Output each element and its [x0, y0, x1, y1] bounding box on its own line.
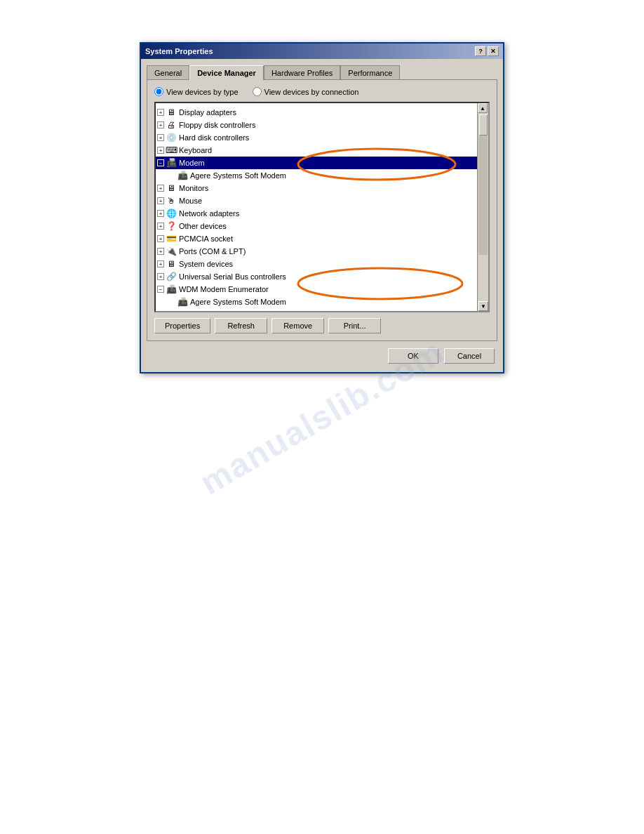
ports-icon: 🔌 — [166, 246, 177, 257]
tree-item-agere-modem[interactable]: 📠 Agere Systems Soft Modem — [156, 169, 477, 182]
expand-icon[interactable]: + — [157, 260, 164, 267]
expand-icon[interactable]: − — [157, 159, 164, 166]
mouse-icon: 🖱 — [166, 195, 177, 206]
expand-icon[interactable]: − — [157, 286, 164, 293]
pcmcia-icon: 💳 — [166, 233, 177, 244]
tree-item-usb[interactable]: + 🔗 Universal Serial Bus controllers — [156, 270, 477, 283]
cancel-button[interactable]: Cancel — [444, 348, 495, 364]
keyboard-icon: ⌨ — [166, 145, 177, 156]
tree-item-network[interactable]: + 🌐 Network adapters — [156, 207, 477, 220]
tree-item-hard-disk[interactable]: + 💿 Hard disk controllers — [156, 131, 477, 144]
scrollbar[interactable]: ▲ ▼ — [477, 103, 488, 311]
properties-button[interactable]: Properties — [154, 318, 210, 333]
expand-icon[interactable]: + — [157, 273, 164, 280]
expand-icon[interactable]: + — [157, 197, 164, 204]
floppy-icon: 🖨 — [166, 119, 177, 131]
tree-item-modem[interactable]: − 📠 Modem — [156, 157, 477, 169]
tree-item-mouse[interactable]: + 🖱 Mouse — [156, 194, 477, 207]
title-bar: System Properties ? ✕ — [141, 44, 503, 59]
action-buttons: Properties Refresh Remove Print... — [154, 318, 490, 333]
title-bar-buttons: ? ✕ — [475, 46, 499, 56]
view-by-connection-option[interactable]: View devices by connection — [253, 87, 359, 96]
network-icon: 🌐 — [166, 208, 177, 219]
expand-icon[interactable]: + — [157, 185, 164, 192]
expand-icon[interactable]: + — [157, 147, 164, 154]
scroll-down-btn[interactable]: ▼ — [478, 301, 488, 311]
device-manager-panel: View devices by type View devices by con… — [147, 79, 497, 341]
print-button[interactable]: Print... — [328, 318, 381, 333]
view-by-connection-radio[interactable] — [253, 87, 262, 96]
view-by-type-option[interactable]: View devices by type — [154, 87, 239, 96]
tree-item-keyboard[interactable]: + ⌨ Keyboard — [156, 144, 477, 157]
dialog-content: General Device Manager Hardware Profiles… — [141, 59, 503, 372]
ok-cancel-row: OK Cancel — [147, 348, 497, 366]
device-list: + 🖥 Display adapters + 🖨 Floppy disk con… — [156, 103, 488, 311]
tree-item-other[interactable]: + ❓ Other devices — [156, 220, 477, 232]
view-options: View devices by type View devices by con… — [154, 87, 490, 96]
modem-icon: 📠 — [166, 157, 177, 168]
tree-item-wdm-modem[interactable]: − 📠 WDM Modem Enumerator — [156, 283, 477, 296]
other-icon: ❓ — [166, 220, 177, 232]
hard-disk-icon: 💿 — [166, 132, 177, 143]
view-by-type-label: View devices by type — [166, 88, 239, 96]
agere-modem-icon: 📠 — [177, 170, 188, 181]
tree-item-monitors[interactable]: + 🖥 Monitors — [156, 182, 477, 194]
view-by-type-radio[interactable] — [154, 87, 163, 96]
expand-icon[interactable]: + — [157, 109, 164, 116]
expand-icon[interactable]: + — [157, 134, 164, 141]
tab-bar: General Device Manager Hardware Profiles… — [147, 65, 497, 80]
display-adapters-icon: 🖥 — [166, 107, 177, 118]
ok-button[interactable]: OK — [388, 348, 438, 364]
tree-item-system[interactable]: + 🖥 System devices — [156, 258, 477, 270]
tree-item-floppy[interactable]: + 🖨 Floppy disk controllers — [156, 119, 477, 131]
expand-icon[interactable]: + — [157, 248, 164, 255]
remove-button[interactable]: Remove — [271, 318, 324, 333]
monitors-icon: 🖥 — [166, 183, 177, 194]
usb-icon: 🔗 — [166, 271, 177, 282]
expand-icon[interactable]: + — [157, 223, 164, 230]
view-by-connection-label: View devices by connection — [264, 88, 359, 96]
scroll-up-btn[interactable]: ▲ — [478, 103, 488, 113]
scroll-track[interactable] — [478, 114, 488, 255]
device-tree[interactable]: + 🖥 Display adapters + 🖨 Floppy disk con… — [154, 102, 490, 312]
expand-icon[interactable]: + — [157, 210, 164, 217]
expand-icon[interactable]: + — [157, 121, 164, 128]
tab-device-manager[interactable]: Device Manager — [189, 65, 264, 81]
scroll-thumb[interactable] — [479, 114, 488, 135]
wdm-modem-icon: 📠 — [166, 284, 177, 295]
system-properties-dialog: System Properties ? ✕ General Device Man… — [140, 42, 504, 373]
tree-item-pcmcia[interactable]: + 💳 PCMCIA socket — [156, 232, 477, 245]
tree-item-ports[interactable]: + 🔌 Ports (COM & LPT) — [156, 245, 477, 258]
refresh-button[interactable]: Refresh — [215, 318, 267, 333]
tab-general[interactable]: General — [147, 65, 189, 81]
agere-modem-wdm-icon: 📠 — [177, 296, 188, 307]
expand-icon[interactable]: + — [157, 235, 164, 242]
window-title: System Properties — [145, 47, 213, 55]
help-button[interactable]: ? — [475, 46, 486, 56]
tab-hardware-profiles[interactable]: Hardware Profiles — [264, 65, 340, 81]
tree-item-agere-modem-wdm[interactable]: 📠 Agere Systems Soft Modem — [156, 296, 477, 308]
tab-performance[interactable]: Performance — [340, 65, 400, 81]
system-icon: 🖥 — [166, 258, 177, 270]
close-button[interactable]: ✕ — [488, 46, 499, 56]
tree-item-display-adapters[interactable]: + 🖥 Display adapters — [156, 106, 477, 119]
